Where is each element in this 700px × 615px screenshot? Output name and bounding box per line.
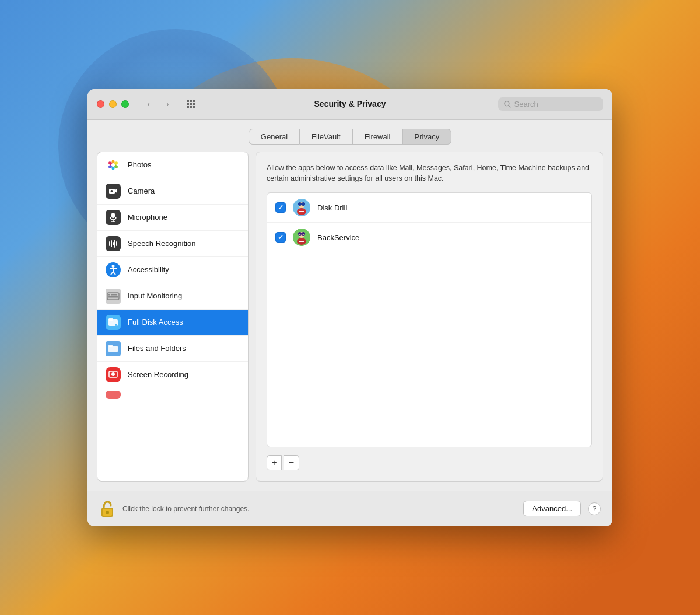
svg-rect-45 <box>108 345 113 347</box>
help-button[interactable]: ? <box>588 502 601 515</box>
sidebar-item-label-files-and-folders: Files and Folders <box>128 344 186 353</box>
apps-list-empty-space <box>267 252 592 334</box>
remove-app-button[interactable]: − <box>284 455 299 470</box>
search-icon <box>504 100 511 108</box>
sidebar-item-label-camera: Camera <box>128 187 155 195</box>
sidebar-item-label-accessibility: Accessibility <box>128 265 169 274</box>
svg-rect-3 <box>187 103 189 105</box>
right-panel: Allow the apps below to access data like… <box>256 152 603 482</box>
nav-buttons: ‹ › <box>141 96 176 112</box>
add-app-button[interactable]: + <box>267 455 282 470</box>
svg-rect-22 <box>111 213 115 218</box>
apps-list: Disk Drill <box>267 192 592 447</box>
minimize-button[interactable] <box>109 100 117 108</box>
full-disk-access-icon <box>106 315 121 330</box>
description-text: Allow the apps below to access data like… <box>267 163 592 185</box>
disk-drill-avatar <box>293 199 310 216</box>
camera-icon <box>106 184 121 199</box>
search-input[interactable] <box>514 100 597 108</box>
back-button[interactable]: ‹ <box>141 96 157 112</box>
sidebar-item-microphone[interactable]: Microphone <box>97 205 248 231</box>
lock-icon <box>99 498 116 519</box>
window-title: Security & Privacy <box>314 99 386 108</box>
sidebar-item-label-full-disk-access: Full Disk Access <box>128 318 183 326</box>
svg-rect-65 <box>299 241 304 242</box>
svg-rect-56 <box>299 211 304 212</box>
svg-rect-0 <box>187 100 189 102</box>
svg-rect-69 <box>107 512 108 514</box>
tabs-area: General FileVault Firewall Privacy <box>88 120 612 152</box>
sidebar-item-full-disk-access[interactable]: Full Disk Access <box>97 310 248 336</box>
svg-rect-7 <box>190 106 192 108</box>
forward-button[interactable]: › <box>159 96 176 112</box>
bottom-buttons: + − <box>267 455 592 470</box>
svg-rect-37 <box>111 294 113 296</box>
svg-rect-2 <box>192 100 195 102</box>
sidebar-item-input-monitoring[interactable]: Input Monitoring <box>97 283 248 310</box>
lock-button[interactable] <box>99 498 116 519</box>
svg-rect-1 <box>190 100 192 102</box>
tab-general[interactable]: General <box>249 129 300 145</box>
microphone-icon <box>106 210 121 225</box>
sidebar-list: Photos Camera <box>97 152 249 482</box>
svg-point-47 <box>111 372 115 376</box>
svg-line-10 <box>509 105 510 107</box>
close-button[interactable] <box>97 100 104 108</box>
maximize-button[interactable] <box>121 100 129 108</box>
svg-rect-38 <box>113 294 115 296</box>
svg-point-43 <box>115 324 117 326</box>
search-box[interactable] <box>498 97 603 111</box>
sidebar-item-screen-recording[interactable]: Screen Recording <box>97 362 248 388</box>
svg-point-18 <box>111 163 115 167</box>
svg-rect-5 <box>192 103 195 105</box>
sidebar-item-label-screen-recording: Screen Recording <box>128 370 188 379</box>
app-name-disk-drill: Disk Drill <box>317 203 347 212</box>
svg-line-34 <box>113 272 116 275</box>
photos-icon <box>106 157 121 173</box>
sidebar-item-label-speech: Speech Recognition <box>128 239 195 248</box>
checkbox-backservice[interactable] <box>275 232 286 243</box>
tab-filevault[interactable]: FileVault <box>300 129 353 145</box>
checkbox-disk-drill[interactable] <box>275 202 286 213</box>
svg-rect-25 <box>109 241 110 246</box>
sidebar-item-label-microphone: Microphone <box>128 213 167 222</box>
grid-button[interactable] <box>183 96 199 112</box>
svg-rect-42 <box>108 318 113 321</box>
svg-rect-8 <box>192 106 195 108</box>
svg-rect-26 <box>111 240 112 247</box>
svg-rect-29 <box>116 241 117 246</box>
app-row-disk-drill: Disk Drill <box>267 193 592 223</box>
sidebar-item-label-photos: Photos <box>128 160 151 169</box>
footer: Click the lock to prevent further change… <box>88 491 612 526</box>
speech-recognition-icon <box>106 236 121 251</box>
svg-rect-36 <box>108 294 110 296</box>
titlebar: ‹ › Security & Privacy <box>88 89 612 120</box>
sidebar-item-photos[interactable]: Photos <box>97 152 248 178</box>
window: ‹ › Security & Privacy <box>88 89 612 526</box>
svg-rect-39 <box>116 294 117 296</box>
sidebar-item-speech-recognition[interactable]: Speech Recognition <box>97 231 248 257</box>
partial-icon <box>106 391 121 399</box>
sidebar-item-files-and-folders[interactable]: Files and Folders <box>97 336 248 362</box>
sidebar-item-camera[interactable]: Camera <box>97 178 248 205</box>
svg-rect-27 <box>113 242 114 245</box>
svg-rect-40 <box>108 296 118 298</box>
tab-firewall[interactable]: Firewall <box>353 129 403 145</box>
tab-privacy[interactable]: Privacy <box>403 129 452 145</box>
footer-lock-text: Click the lock to prevent further change… <box>123 505 516 513</box>
sidebar-item-accessibility[interactable]: Accessibility <box>97 257 248 283</box>
input-monitoring-icon <box>106 289 121 304</box>
svg-marker-20 <box>115 189 117 193</box>
svg-rect-6 <box>187 106 189 108</box>
accessibility-icon <box>106 262 121 277</box>
sidebar-item-label-input-monitoring: Input Monitoring <box>128 291 182 300</box>
svg-point-30 <box>112 265 115 268</box>
app-name-backservice: BackService <box>317 233 359 242</box>
screen-recording-icon <box>106 367 121 382</box>
traffic-lights <box>97 100 129 108</box>
advanced-button[interactable]: Advanced... <box>523 501 581 516</box>
sidebar-item-partial <box>97 388 248 401</box>
app-row-backservice: BackService <box>267 223 592 252</box>
backservice-avatar <box>293 229 310 246</box>
files-and-folders-icon <box>106 341 121 356</box>
